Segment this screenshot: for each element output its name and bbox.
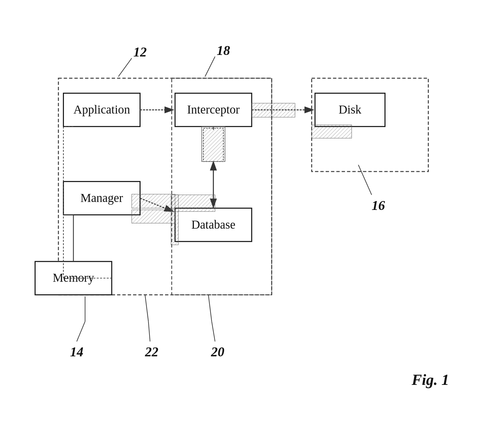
hatch-disk-lower: [312, 125, 351, 138]
svg-line-5: [358, 165, 371, 195]
database-label: Database: [192, 218, 235, 231]
label-12: 12: [134, 45, 147, 59]
label-20: 20: [211, 344, 224, 359]
hatch-interceptor-disk: [252, 103, 295, 117]
interceptor-label: Interceptor: [187, 103, 239, 116]
svg-line-11: [212, 321, 215, 341]
disk-label: Disk: [339, 103, 361, 116]
svg-line-7: [77, 321, 85, 341]
svg-line-4: [205, 56, 215, 76]
label-22: 22: [145, 344, 158, 359]
svg-line-8: [145, 295, 149, 322]
hatch-manager-database: [132, 194, 175, 208]
fig-label: Fig. 1: [411, 371, 449, 388]
label-16: 16: [372, 198, 385, 213]
hatch-database-left: [171, 195, 178, 245]
interceptor-hatch-inner: [202, 126, 225, 161]
hatch-manager-line: [132, 210, 175, 223]
application-label: Application: [73, 103, 130, 116]
svg-line-10: [208, 295, 212, 322]
diagram-container: 12 18 16 Application Interceptor Disk Ma…: [18, 18, 485, 411]
svg-line-3: [118, 58, 132, 77]
architecture-diagram: 12 18 16 Application Interceptor Disk Ma…: [18, 18, 485, 411]
label-14: 14: [70, 344, 83, 359]
label-18: 18: [217, 43, 230, 58]
manager-label: Manager: [80, 191, 123, 205]
svg-line-9: [148, 321, 150, 341]
